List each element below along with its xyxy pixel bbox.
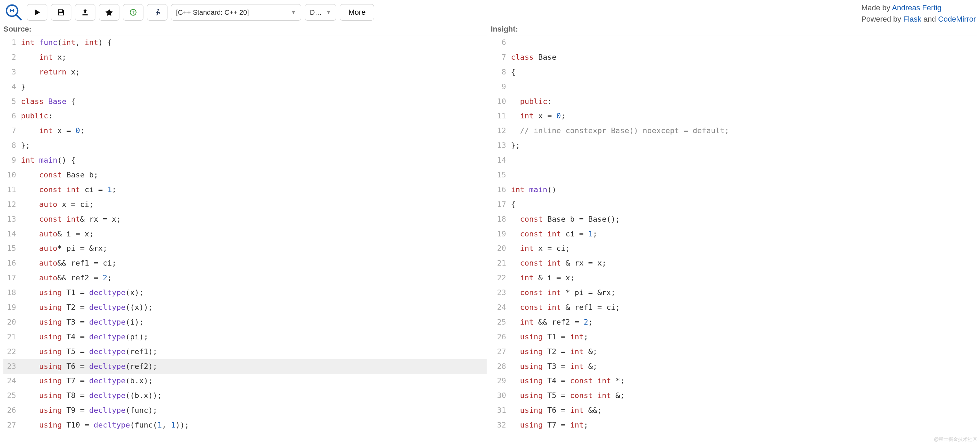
code-line[interactable]: 23 using T6 = decltype(ref2); xyxy=(3,359,487,374)
flask-link[interactable]: Flask xyxy=(903,15,921,23)
code-line[interactable]: 18 using T1 = decltype(x); xyxy=(3,285,487,300)
code-line[interactable]: 28} xyxy=(3,433,487,435)
made-by-prefix: Made by xyxy=(861,3,892,12)
code-line[interactable]: 16int main() xyxy=(493,183,977,197)
code-line[interactable]: 18 const Base b = Base(); xyxy=(493,212,977,227)
code-line[interactable]: 28 using T3 = int &; xyxy=(493,359,977,374)
gear-bolt-icon xyxy=(129,8,138,17)
author-link[interactable]: Andreas Fertig xyxy=(892,3,941,12)
code-line[interactable]: 25 using T8 = decltype((b.x)); xyxy=(3,388,487,403)
code-content: int x; xyxy=(19,50,66,65)
code-line[interactable]: 21 const int & rx = x; xyxy=(493,256,977,271)
line-number: 7 xyxy=(493,50,509,65)
code-content: using T10 = decltype(func(1, 1)); xyxy=(19,418,189,433)
codemirror-link[interactable]: CodeMirror xyxy=(938,15,976,23)
favorite-button[interactable] xyxy=(99,4,119,21)
run-button[interactable] xyxy=(27,4,47,21)
more-button[interactable]: More xyxy=(340,4,374,21)
code-content: const int ci = 1; xyxy=(509,227,597,242)
code-line[interactable]: 20 using T3 = decltype(i); xyxy=(3,315,487,330)
code-line[interactable]: 7 int x = 0; xyxy=(3,124,487,138)
code-content: using T2 = decltype((x)); xyxy=(19,300,153,315)
code-line[interactable]: 11 const int ci = 1; xyxy=(3,183,487,197)
source-editor[interactable]: 1int func(int, int) {2 int x;3 return x;… xyxy=(3,35,487,435)
code-line[interactable]: 17{ xyxy=(493,197,977,212)
code-line[interactable]: 17 auto&& ref2 = 2; xyxy=(3,271,487,285)
line-number: 28 xyxy=(493,359,509,374)
code-line[interactable]: 21 using T4 = decltype(pi); xyxy=(3,330,487,344)
code-line[interactable]: 30 using T5 = const int &; xyxy=(493,388,977,403)
save-button[interactable] xyxy=(51,4,72,21)
code-content: using T8 = const int &; xyxy=(509,433,625,435)
code-line[interactable]: 13 const int& rx = x; xyxy=(3,212,487,227)
code-line[interactable]: 9int main() { xyxy=(3,153,487,168)
code-line[interactable]: 14 auto& i = x; xyxy=(3,227,487,242)
cppinsights-logo[interactable] xyxy=(4,3,23,22)
code-line[interactable]: 27 using T2 = int &; xyxy=(493,344,977,359)
line-number: 15 xyxy=(3,241,19,256)
svg-point-9 xyxy=(158,9,159,11)
code-line[interactable]: 12 // inline constexpr Base() noexcept =… xyxy=(493,124,977,138)
running-icon xyxy=(153,8,162,17)
code-content: int x = 0; xyxy=(509,109,565,124)
code-line[interactable]: 31 using T6 = int &&; xyxy=(493,403,977,418)
code-line[interactable]: 6public: xyxy=(3,109,487,124)
insight-viewer[interactable]: 67class Base8{910 public:11 int x = 0;12… xyxy=(493,35,977,435)
insight-label: Insight: xyxy=(490,23,977,35)
code-line[interactable]: 25 int && ref2 = 2; xyxy=(493,315,977,330)
code-line[interactable]: 29 using T4 = const int *; xyxy=(493,374,977,388)
code-line[interactable]: 23 const int * pi = &rx; xyxy=(493,285,977,300)
line-number: 31 xyxy=(493,403,509,418)
line-number: 21 xyxy=(3,330,19,344)
code-line[interactable]: 24 const int & ref1 = ci; xyxy=(493,300,977,315)
code-line[interactable]: 10 const Base b; xyxy=(3,168,487,183)
code-line[interactable]: 3 return x; xyxy=(3,65,487,80)
code-line[interactable]: 26 using T9 = decltype(func); xyxy=(3,403,487,418)
code-line[interactable]: 9 xyxy=(493,80,977,94)
code-line[interactable]: 1int func(int, int) { xyxy=(3,35,487,50)
code-line[interactable]: 20 int x = ci; xyxy=(493,241,977,256)
save-icon xyxy=(57,8,65,17)
code-line[interactable]: 4} xyxy=(3,80,487,94)
code-line[interactable]: 27 using T10 = decltype(func(1, 1)); xyxy=(3,418,487,433)
cpp-standard-select[interactable]: [C++ Standard: C++ 20] ▼ xyxy=(171,4,301,21)
code-content: // inline constexpr Base() noexcept = de… xyxy=(509,124,729,138)
line-number: 27 xyxy=(493,344,509,359)
code-content: }; xyxy=(509,138,520,153)
code-line[interactable]: 7class Base xyxy=(493,50,977,65)
line-number: 1 xyxy=(3,35,19,50)
code-line[interactable]: 10 public: xyxy=(493,94,977,109)
code-line[interactable]: 22 int & i = x; xyxy=(493,271,977,285)
editor-panes: 1int func(int, int) {2 int x;3 return x;… xyxy=(0,35,980,438)
code-line[interactable]: 8}; xyxy=(3,138,487,153)
options-select[interactable]: D… ▼ xyxy=(305,4,336,21)
quickbench-button[interactable] xyxy=(147,4,167,21)
code-line[interactable]: 32 using T7 = int; xyxy=(493,418,977,433)
code-content: const Base b; xyxy=(19,168,98,183)
code-line[interactable]: 15 auto* pi = &rx; xyxy=(3,241,487,256)
code-content: int & i = x; xyxy=(509,271,574,285)
cpp-standard-label: [C++ Standard: C++ 20] xyxy=(176,9,249,16)
code-line[interactable]: 13}; xyxy=(493,138,977,153)
code-line[interactable]: 2 int x; xyxy=(3,50,487,65)
bolt-button[interactable] xyxy=(123,4,143,21)
code-line[interactable]: 24 using T7 = decltype(b.x); xyxy=(3,374,487,388)
code-line[interactable]: 26 using T1 = int; xyxy=(493,330,977,344)
code-line[interactable]: 12 auto x = ci; xyxy=(3,197,487,212)
code-line[interactable]: 19 const int ci = 1; xyxy=(493,227,977,242)
code-line[interactable]: 33 using T8 = const int &; xyxy=(493,433,977,435)
upload-icon xyxy=(81,8,89,17)
code-line[interactable]: 14 xyxy=(493,153,977,168)
code-line[interactable]: 6 xyxy=(493,35,977,50)
code-line[interactable]: 8{ xyxy=(493,65,977,80)
code-line[interactable]: 16 auto&& ref1 = ci; xyxy=(3,256,487,271)
code-content xyxy=(509,35,511,50)
upload-button[interactable] xyxy=(75,4,95,21)
code-line[interactable]: 11 int x = 0; xyxy=(493,109,977,124)
code-content: int x = ci; xyxy=(509,241,570,256)
code-line[interactable]: 5class Base { xyxy=(3,94,487,109)
code-content: int func(int, int) { xyxy=(19,35,112,50)
code-line[interactable]: 19 using T2 = decltype((x)); xyxy=(3,300,487,315)
code-line[interactable]: 22 using T5 = decltype(ref1); xyxy=(3,344,487,359)
code-line[interactable]: 15 xyxy=(493,168,977,183)
